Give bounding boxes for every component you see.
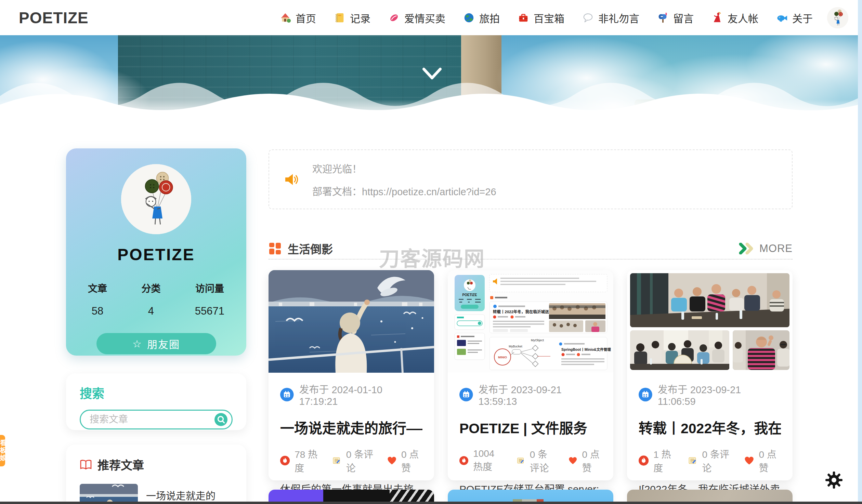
article-image-seagull: [269, 270, 434, 373]
fish-icon: [776, 12, 788, 24]
gear-icon: [825, 471, 843, 489]
banner-fade: [0, 100, 862, 118]
globe-icon: [463, 12, 475, 24]
dotted-separator: [269, 259, 793, 260]
section-title: 生活倒影: [288, 240, 333, 257]
mini-springboot-title: SpringBoot丨Minio&文件管理: [561, 347, 611, 352]
profile-stats: 文章 58 分类 4 访问量 55671: [66, 281, 246, 317]
article-date-row: 发布于 2024-01-10 17:19:21: [280, 382, 422, 407]
article-stats: 78 热度 0 条评论 0 点赞: [280, 447, 422, 474]
profile-name: POETIZE: [66, 245, 246, 264]
article-date: 发布于 2023-09-21 11:06:59: [658, 382, 781, 407]
nav-item-no-rudeness[interactable]: 非礼勿言: [582, 10, 639, 25]
nav-item-label: 百宝箱: [534, 10, 564, 25]
search-title: 搜索: [80, 384, 233, 401]
nav-item-message-board[interactable]: 留言: [657, 10, 694, 25]
article-heat: 78 热度: [295, 447, 320, 474]
nav-item-about[interactable]: 关于: [776, 10, 813, 25]
article-likes: 0 点赞: [582, 447, 602, 474]
nav-item-travel[interactable]: 旅拍: [463, 10, 500, 25]
article-image-website-screenshot: POETIZE 转载丨2022年冬，我在临沂城送外卖: [448, 270, 613, 373]
search-input[interactable]: [90, 414, 214, 425]
article-body: 发布于 2024-01-10 17:19:21 一场说走就走的旅行——… 78 …: [269, 382, 434, 504]
grid-icon: [269, 242, 282, 255]
article-stats: 1004 热度 0 条评论 0 点赞: [459, 447, 602, 474]
flame-icon: [459, 454, 468, 467]
nav-item-label: 友人帐: [728, 10, 758, 25]
nav-item-label: 首页: [296, 10, 316, 25]
friends-circle-label: 朋友圈: [147, 336, 180, 351]
stat-value: 55671: [195, 305, 224, 317]
notebook-icon: [334, 12, 345, 24]
article-comments: 0 条评论: [702, 447, 732, 474]
nav-item-friends[interactable]: 友人帐: [711, 10, 758, 25]
scroll-down-button[interactable]: [421, 67, 443, 83]
nav-item-treasure[interactable]: 百宝箱: [518, 10, 564, 25]
article-comments: 0 条评论: [346, 447, 375, 474]
flame-icon: [639, 454, 649, 467]
article-title: 一场说走就走的旅行——…: [280, 417, 422, 437]
site-logo[interactable]: POETIZE: [19, 9, 89, 27]
article-title: POETIZE | 文件服务: [459, 417, 602, 437]
nav-item-love[interactable]: 爱情买卖: [388, 10, 445, 25]
recommend-card: 推荐文章 一场说走就走的旅…: [66, 445, 246, 504]
nav-item-label: 爱情买卖: [404, 10, 445, 25]
recommend-item[interactable]: 一场说走就走的旅…: [80, 484, 233, 504]
announcement-text: 欢迎光临！ 部署文档：https://poetize.cn/article?id…: [312, 161, 496, 198]
nav-item-home[interactable]: 首页: [279, 10, 316, 25]
user-avatar[interactable]: [827, 7, 848, 28]
navbar: POETIZE 首页 记录 爱情买卖 旅拍 百宝箱: [0, 0, 862, 35]
announcement-line-1: 欢迎光临！: [312, 161, 496, 175]
article-stats: 1 热度 0 条评论 0 点赞: [639, 447, 781, 474]
article-date-row: 发布于 2023-09-21 11:06:59: [639, 382, 781, 407]
article-card-3[interactable]: 发布于 2023-09-21 11:06:59 转载丨2022年冬，我在临… 1…: [627, 270, 793, 480]
profile-avatar[interactable]: [121, 164, 191, 234]
search-button[interactable]: [214, 413, 227, 426]
comment-memo-icon: [688, 455, 697, 466]
kanban-girl-toggle[interactable]: 看板娘: [0, 435, 5, 466]
nav-item-label: 记录: [350, 10, 370, 25]
recommend-title: 推荐文章: [97, 456, 144, 473]
search-card: 搜索: [66, 373, 246, 430]
mini-brand: POETIZE: [462, 293, 477, 297]
settings-button[interactable]: [825, 471, 843, 490]
article-date: 发布于 2024-01-10 17:19:21: [299, 382, 422, 407]
double-chevron-icon: [739, 243, 755, 254]
bottom-edge-bar: [0, 502, 862, 504]
article-body: 发布于 2023-09-21 11:06:59 转载丨2022年冬，我在临… 1…: [627, 382, 793, 504]
article-card-1[interactable]: 发布于 2024-01-10 17:19:21 一场说走就走的旅行——… 78 …: [269, 270, 434, 480]
stat-visits: 访问量 55671: [195, 281, 224, 317]
article-date-row: 发布于 2023-09-21 13:59:13: [459, 382, 602, 407]
stat-value: 4: [141, 305, 160, 317]
nav-item-label: 关于: [792, 10, 813, 25]
more-label: MORE: [759, 242, 793, 255]
article-likes: 0 点赞: [759, 447, 781, 474]
page-scrollbar[interactable]: [858, 0, 862, 504]
stat-label: 文章: [88, 281, 107, 295]
heart-icon: [744, 455, 754, 466]
chevron-down-icon: [421, 67, 443, 82]
collage-photo-bottom-left: [630, 330, 730, 370]
lips-icon: [388, 12, 400, 24]
comment-memo-icon: [332, 455, 341, 466]
article-body: 发布于 2023-09-21 13:59:13 POETIZE | 文件服务 1…: [448, 382, 613, 504]
dancer-icon: [711, 12, 723, 24]
recommend-item-title: 一场说走就走的旅…: [146, 484, 233, 504]
mini-article-title: 转载丨2022年冬，我在临沂城送外卖: [493, 309, 557, 314]
nav-item-label: 旅拍: [479, 10, 500, 25]
nav-item-records[interactable]: 记录: [334, 10, 370, 25]
article-card-2[interactable]: POETIZE 转载丨2022年冬，我在临沂城送外卖: [448, 270, 613, 480]
mini-myobject-label: MyObject: [531, 339, 544, 342]
mini-minio-label: MINIO: [498, 356, 507, 359]
avatar-girl-with-button-balloons-icon: [121, 164, 191, 234]
friends-circle-button[interactable]: ☆ 朋友圈: [96, 333, 216, 354]
article-date: 发布于 2023-09-21 13:59:13: [479, 382, 602, 407]
calendar-icon: [639, 388, 652, 401]
collage-photo-top: [630, 273, 789, 327]
mini-mybucket-label: MyBucket: [509, 345, 522, 348]
calendar-icon: [280, 388, 294, 401]
heart-icon: [569, 455, 577, 466]
search-icon: [214, 413, 227, 426]
more-button[interactable]: MORE: [739, 242, 793, 255]
recommend-thumbnail: [80, 484, 138, 504]
